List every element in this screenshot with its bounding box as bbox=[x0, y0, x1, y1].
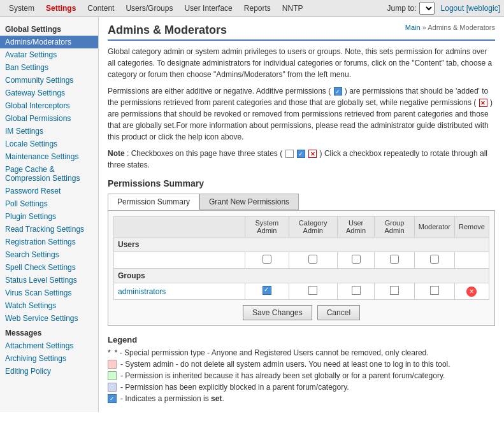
groups-section-label: Groups bbox=[114, 269, 489, 283]
sidebar-item-gateway-settings[interactable]: Gateway Settings bbox=[0, 87, 98, 99]
user-moderator-checkbox[interactable] bbox=[430, 255, 439, 264]
users-section-row: Users bbox=[114, 238, 489, 252]
breadcrumb-main-link[interactable]: Main bbox=[405, 24, 421, 31]
permissions-table-container: System Admin Category Admin User Admin G… bbox=[108, 210, 495, 326]
admins-remove-button[interactable]: ✕ bbox=[466, 287, 477, 297]
user-name-cell bbox=[114, 252, 245, 269]
page-title: Admins & Moderators bbox=[108, 24, 227, 37]
users-section-label: Users bbox=[114, 238, 489, 252]
admins-system-admin-cell bbox=[245, 283, 289, 300]
user-user-admin-cell bbox=[337, 252, 374, 269]
legend-checked-box: ✓ bbox=[108, 394, 117, 403]
user-user-admin-checkbox[interactable] bbox=[352, 255, 361, 264]
logout-link[interactable]: Logout [weblogic] bbox=[441, 4, 500, 13]
nav-reports[interactable]: Reports bbox=[239, 2, 276, 15]
nav-users-groups[interactable]: Users/Groups bbox=[120, 2, 178, 15]
permissions-table: System Admin Category Admin User Admin G… bbox=[113, 216, 489, 300]
admins-user-admin-cell bbox=[337, 283, 374, 300]
state2-checkbox-icon: ✓ bbox=[297, 150, 305, 158]
admins-remove-cell: ✕ bbox=[454, 283, 489, 300]
save-changes-button[interactable]: Save Changes bbox=[243, 305, 312, 320]
cancel-button[interactable]: Cancel bbox=[317, 305, 360, 320]
admins-system-admin-checkbox[interactable] bbox=[263, 286, 271, 295]
sidebar-item-attachment-settings[interactable]: Attachment Settings bbox=[0, 339, 98, 352]
legend-pink-box bbox=[108, 360, 117, 369]
col-header-group-admin: Group Admin bbox=[375, 216, 415, 238]
user-moderator-cell bbox=[414, 252, 454, 269]
sidebar-item-web-service[interactable]: Web Service Settings bbox=[0, 312, 98, 325]
sidebar-section-messages: Messages bbox=[0, 325, 98, 339]
breadcrumb-current: Admins & Moderators bbox=[428, 24, 495, 31]
intro-paragraph-1: Global category admin or system admin pr… bbox=[108, 46, 495, 80]
sidebar-item-archiving-settings[interactable]: Archiving Settings bbox=[0, 352, 98, 365]
main-content: Admins & Moderators Main » Admins & Mode… bbox=[99, 17, 504, 412]
sidebar-item-avatar-settings[interactable]: Avatar Settings bbox=[0, 48, 98, 61]
sidebar-item-maintenance-settings[interactable]: Maintenance Settings bbox=[0, 150, 98, 163]
sidebar-item-admins-moderators[interactable]: Admins/Moderators bbox=[0, 36, 98, 48]
sidebar-item-ban-settings[interactable]: Ban Settings bbox=[0, 61, 98, 74]
col-header-system-admin: System Admin bbox=[245, 216, 289, 238]
administrators-link[interactable]: administrators bbox=[118, 287, 166, 296]
legend-blue-box bbox=[108, 383, 117, 392]
admins-group-admin-checkbox[interactable] bbox=[390, 286, 399, 295]
sidebar-item-virus-scan[interactable]: Virus Scan Settings bbox=[0, 287, 98, 299]
legend-section: Legend * * - Special permission type - A… bbox=[108, 335, 495, 403]
sidebar-item-registration-settings[interactable]: Registration Settings bbox=[0, 236, 98, 248]
admins-category-admin-checkbox[interactable] bbox=[308, 286, 317, 295]
legend-item-green: - Permission is inherited because it has… bbox=[108, 371, 495, 380]
col-header-remove: Remove bbox=[454, 216, 489, 238]
sidebar-item-poll-settings[interactable]: Poll Settings bbox=[0, 197, 98, 210]
jump-to-label: Jump to: bbox=[387, 4, 417, 13]
groups-section-row: Groups bbox=[114, 269, 489, 283]
sidebar-item-spell-check[interactable]: Spell Check Settings bbox=[0, 261, 98, 274]
page-layout: Global Settings Admins/Moderators Avatar… bbox=[0, 17, 504, 412]
admins-moderator-checkbox[interactable] bbox=[430, 286, 439, 295]
sidebar-item-password-reset[interactable]: Password Reset bbox=[0, 185, 98, 197]
state1-checkbox-icon bbox=[285, 150, 294, 158]
nav-content[interactable]: Content bbox=[82, 2, 119, 15]
sidebar-item-status-level[interactable]: Status Level Settings bbox=[0, 274, 98, 287]
jump-to-select[interactable] bbox=[419, 2, 435, 15]
legend-item-special: * * - Special permission type - Anyone a… bbox=[108, 348, 495, 357]
nav-nntp[interactable]: NNTP bbox=[277, 2, 308, 15]
tabs-bar: Permission Summary Grant New Permissions bbox=[108, 194, 495, 210]
sidebar-item-plugin-settings[interactable]: Plugin Settings bbox=[0, 210, 98, 223]
sidebar-item-global-interceptors[interactable]: Global Interceptors bbox=[0, 99, 98, 112]
nav-system[interactable]: System bbox=[4, 2, 40, 15]
top-navigation: System Settings Content Users/Groups Use… bbox=[0, 0, 504, 17]
sidebar-section-global: Global Settings bbox=[0, 21, 98, 36]
admins-moderator-cell bbox=[414, 283, 454, 300]
sidebar-item-page-cache[interactable]: Page Cache & Compression Settings bbox=[0, 163, 98, 185]
negative-checkbox-icon: ✕ bbox=[479, 99, 487, 107]
tab-grant-new-permissions[interactable]: Grant New Permissions bbox=[199, 194, 299, 210]
action-buttons: Save Changes Cancel bbox=[113, 305, 489, 320]
sidebar-item-search-settings[interactable]: Search Settings bbox=[0, 248, 98, 261]
legend-item-blue: - Permission has been explicitly blocked… bbox=[108, 383, 495, 392]
user-empty-row bbox=[114, 252, 489, 269]
legend-blue-text: - Permission has been explicitly blocked… bbox=[120, 383, 349, 392]
tab-permission-summary[interactable]: Permission Summary bbox=[108, 194, 199, 210]
sidebar-item-community-settings[interactable]: Community Settings bbox=[0, 74, 98, 87]
user-category-admin-checkbox[interactable] bbox=[308, 255, 317, 264]
sidebar-item-editing-policy[interactable]: Editing Policy bbox=[0, 365, 98, 378]
admins-user-admin-checkbox[interactable] bbox=[352, 286, 361, 295]
col-header-category-admin: Category Admin bbox=[289, 216, 337, 238]
user-group-admin-checkbox[interactable] bbox=[390, 255, 399, 264]
sidebar-item-read-tracking[interactable]: Read Tracking Settings bbox=[0, 223, 98, 236]
admins-category-admin-cell bbox=[289, 283, 337, 300]
sidebar-item-global-permissions[interactable]: Global Permissions bbox=[0, 112, 98, 125]
nav-settings[interactable]: Settings bbox=[41, 2, 81, 15]
user-group-admin-cell bbox=[375, 252, 415, 269]
col-header-empty bbox=[114, 216, 245, 238]
administrators-name-cell: administrators bbox=[114, 283, 245, 300]
state3-checkbox-icon: ✕ bbox=[308, 150, 317, 158]
legend-special-text: * - Special permission type - Anyone and… bbox=[115, 348, 429, 357]
user-system-admin-checkbox[interactable] bbox=[263, 255, 271, 264]
intro-paragraph-2: Permissions are either additive or negat… bbox=[108, 85, 495, 143]
legend-title: Legend bbox=[108, 335, 495, 344]
sidebar-item-watch-settings[interactable]: Watch Settings bbox=[0, 299, 98, 312]
nav-user-interface[interactable]: User Interface bbox=[179, 2, 237, 15]
user-remove-cell bbox=[454, 252, 489, 269]
sidebar-item-im-settings[interactable]: IM Settings bbox=[0, 125, 98, 138]
sidebar-item-locale-settings[interactable]: Locale Settings bbox=[0, 138, 98, 150]
